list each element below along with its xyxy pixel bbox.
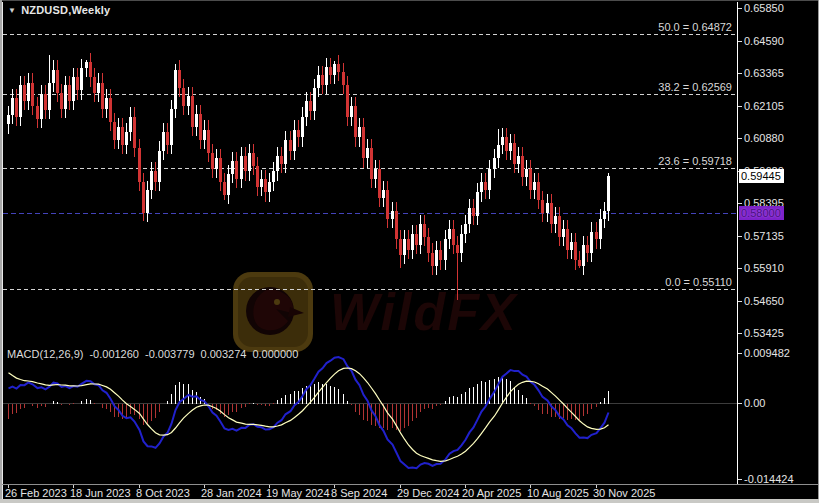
candle-body: [582, 245, 585, 266]
price-tick-label: 0.55910: [744, 262, 784, 274]
candle-body: [56, 70, 59, 94]
candle-body: [337, 64, 340, 72]
candle-body: [276, 156, 279, 172]
candle-body: [599, 219, 602, 240]
candle-body: [158, 151, 161, 182]
candle-body: [113, 122, 116, 140]
fib-level-label: 0.0 = 0.55110: [665, 276, 732, 288]
candle-body: [350, 106, 353, 116]
macd-tick-mark: [738, 479, 742, 480]
candle-body: [431, 253, 434, 266]
candle-body: [325, 67, 328, 85]
candle-body: [11, 98, 14, 115]
candle-body: [472, 208, 475, 216]
fib-level-label: 38.2 = 0.62569: [658, 81, 732, 93]
candle-body: [313, 88, 316, 112]
macd-tick-label: 0.009482: [744, 347, 790, 359]
candle-body: [19, 85, 22, 116]
price-tick-label: 0.57135: [744, 230, 784, 242]
candle-body: [382, 190, 385, 198]
candle-body: [468, 208, 471, 224]
candle-body: [586, 245, 589, 253]
price-tick-mark: [738, 106, 742, 107]
candle-body: [566, 229, 569, 250]
candle-body: [603, 211, 606, 219]
macd-value-signal: -0.003779: [145, 348, 195, 360]
candle-body: [366, 148, 369, 158]
candle-body: [252, 153, 255, 166]
candle-body: [289, 140, 292, 150]
candle-body: [170, 109, 173, 146]
candle-body: [497, 145, 500, 158]
candle-body: [329, 67, 332, 75]
candle-body: [488, 169, 491, 190]
candle-body: [248, 153, 251, 171]
candle-body: [166, 132, 169, 145]
date-tick-label: 30 Nov 2025: [593, 487, 655, 499]
candle-body: [578, 260, 581, 265]
candle-body: [423, 224, 426, 237]
candle-body: [415, 234, 418, 244]
macd-value-main: -0.001260: [89, 348, 139, 360]
candle-body: [595, 232, 598, 240]
candle-body: [121, 127, 124, 145]
candle-body: [533, 182, 536, 190]
candle-body: [476, 192, 479, 216]
candle-body: [362, 127, 365, 158]
triangle-down-icon[interactable]: ▼: [8, 6, 16, 15]
candle-body: [391, 211, 394, 219]
candle-body: [272, 171, 275, 181]
symbol-label: NZDUSD,Weekly: [21, 4, 110, 16]
candle-body: [199, 114, 202, 140]
window-frame-left: [0, 0, 2, 503]
date-tick-label: 8 Oct 2023: [136, 487, 190, 499]
candle-body: [150, 171, 153, 189]
candle-body: [525, 169, 528, 177]
candle-body: [452, 229, 455, 245]
candle-body: [395, 211, 398, 240]
candle-body: [117, 127, 120, 140]
chart-window: WildFX 50.0 = 0.6487238.2 = 0.6256923.6 …: [0, 0, 819, 503]
candle-body: [182, 88, 185, 106]
candle-body: [146, 190, 149, 214]
date-tick-label: 18 Jun 2023: [70, 487, 131, 499]
candle-body: [280, 156, 283, 164]
candle-body: [354, 106, 357, 137]
price-tick-label: 0.65850: [744, 2, 784, 14]
candle-body: [52, 70, 55, 83]
candle-body: [464, 224, 467, 234]
candle-body: [554, 216, 557, 224]
candle-body: [264, 179, 267, 192]
macd-line: [9, 357, 609, 468]
price-axis-line: [737, 2, 738, 484]
price-tick-mark: [738, 236, 742, 237]
candle-body: [36, 106, 39, 119]
candle-body: [427, 237, 430, 253]
window-frame-top: [0, 0, 819, 1]
candle-body: [550, 203, 553, 224]
candle-body: [93, 77, 96, 93]
candle-body: [305, 101, 308, 117]
candle-body: [240, 156, 243, 180]
candle-body: [317, 75, 320, 88]
candle-body: [195, 114, 198, 127]
price-chart-pane[interactable]: 50.0 = 0.6487238.2 = 0.6256923.6 = 0.597…: [0, 0, 740, 344]
price-tick-label: 0.63365: [744, 67, 784, 79]
candle-body: [574, 242, 577, 260]
candle-body: [105, 98, 108, 108]
date-tick-label: 10 Aug 2025: [527, 487, 589, 499]
candle-body: [460, 234, 463, 252]
candle-body: [309, 101, 312, 111]
date-tick-label: 28 Jan 2024: [201, 487, 262, 499]
candle-body: [7, 115, 10, 124]
candle-body: [268, 182, 271, 192]
price-tick-mark: [738, 41, 742, 42]
candle-body: [590, 232, 593, 253]
date-tick-label: 8 Sep 2024: [331, 487, 387, 499]
candle-body: [44, 94, 47, 110]
date-tick-label: 26 Feb 2023: [5, 487, 67, 499]
candle-body: [215, 158, 218, 168]
macd-pane[interactable]: [0, 345, 740, 484]
candle-body: [203, 130, 206, 140]
candle-body: [435, 250, 438, 266]
